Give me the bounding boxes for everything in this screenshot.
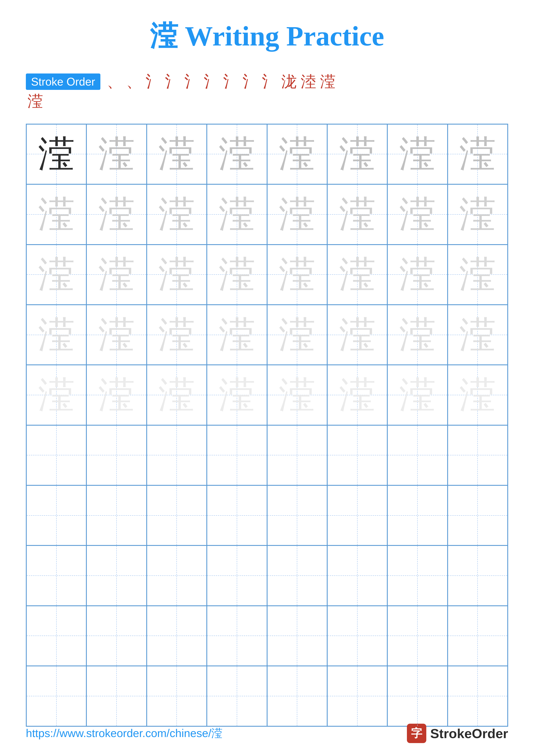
grid-cell-5-4[interactable]: 滢 — [207, 365, 267, 425]
grid-cell-10-8[interactable] — [447, 666, 508, 726]
grid-cell-8-6[interactable] — [327, 546, 387, 606]
grid-cell-3-3[interactable]: 滢 — [147, 245, 207, 305]
char-light: 滢 — [399, 136, 436, 173]
grid-cell-9-3[interactable] — [147, 606, 207, 666]
grid-cell-2-8[interactable]: 滢 — [447, 184, 508, 244]
grid-cell-6-4[interactable] — [207, 425, 267, 485]
grid-cell-7-4[interactable] — [207, 485, 267, 546]
grid-cell-2-2[interactable]: 滢 — [87, 184, 146, 244]
grid-cell-3-2[interactable]: 滢 — [87, 245, 146, 305]
grid-cell-4-8[interactable]: 滢 — [447, 305, 508, 365]
grid-cell-10-4[interactable] — [207, 666, 267, 726]
grid-cell-2-4[interactable]: 滢 — [207, 184, 267, 244]
grid-cell-9-8[interactable] — [447, 606, 508, 666]
grid-cell-3-6[interactable]: 滢 — [327, 245, 387, 305]
char-lightest: 滢 — [158, 377, 195, 413]
grid-cell-1-4[interactable]: 滢 — [207, 124, 267, 184]
stroke-order-section: Stroke Order 、 、 氵 氵 氵 氵 氵 氵 氵 泷 淕 滢 滢 — [26, 72, 508, 111]
char-light3: 滢 — [98, 256, 135, 293]
grid-cell-2-7[interactable]: 滢 — [387, 184, 447, 244]
grid-cell-4-2[interactable]: 滢 — [87, 305, 146, 365]
grid-cell-4-6[interactable]: 滢 — [327, 305, 387, 365]
grid-cell-4-4[interactable]: 滢 — [207, 305, 267, 365]
grid-cell-9-7[interactable] — [387, 606, 447, 666]
char-light3: 滢 — [219, 256, 255, 293]
grid-cell-1-7[interactable]: 滢 — [387, 124, 447, 184]
grid-cell-6-2[interactable] — [87, 425, 146, 485]
grid-cell-8-5[interactable] — [267, 546, 327, 606]
grid-cell-5-2[interactable]: 滢 — [87, 365, 146, 425]
char-light4: 滢 — [399, 316, 436, 353]
grid-row-8 — [26, 546, 508, 606]
grid-cell-10-2[interactable] — [87, 666, 146, 726]
grid-cell-9-5[interactable] — [267, 606, 327, 666]
grid-cell-1-6[interactable]: 滢 — [327, 124, 387, 184]
grid-cell-6-8[interactable] — [447, 425, 508, 485]
grid-cell-8-3[interactable] — [147, 546, 207, 606]
grid-cell-6-6[interactable] — [327, 425, 387, 485]
grid-cell-10-6[interactable] — [327, 666, 387, 726]
grid-cell-10-3[interactable] — [147, 666, 207, 726]
grid-cell-2-1[interactable]: 滢 — [26, 184, 87, 244]
grid-cell-7-8[interactable] — [447, 485, 508, 546]
grid-cell-7-2[interactable] — [87, 485, 146, 546]
grid-cell-2-3[interactable]: 滢 — [147, 184, 207, 244]
grid-cell-9-4[interactable] — [207, 606, 267, 666]
grid-cell-8-1[interactable] — [26, 546, 87, 606]
grid-cell-7-3[interactable] — [147, 485, 207, 546]
char-lightest: 滢 — [279, 377, 315, 413]
grid-cell-3-4[interactable]: 滢 — [207, 245, 267, 305]
grid-cell-2-6[interactable]: 滢 — [327, 184, 387, 244]
grid-cell-9-1[interactable] — [26, 606, 87, 666]
char-lightest: 滢 — [38, 377, 75, 413]
grid-cell-8-4[interactable] — [207, 546, 267, 606]
grid-cell-7-6[interactable] — [327, 485, 387, 546]
grid-cell-3-7[interactable]: 滢 — [387, 245, 447, 305]
grid-cell-6-1[interactable] — [26, 425, 87, 485]
grid-cell-1-3[interactable]: 滢 — [147, 124, 207, 184]
footer-brand-name: StrokeOrder — [430, 726, 508, 741]
stroke-s5: 氵 — [184, 72, 200, 91]
grid-cell-6-5[interactable] — [267, 425, 327, 485]
grid-row-5: 滢 滢 滢 滢 滢 滢 滢 滢 — [26, 365, 508, 425]
grid-cell-8-2[interactable] — [87, 546, 146, 606]
grid-cell-1-5[interactable]: 滢 — [267, 124, 327, 184]
grid-cell-3-5[interactable]: 滢 — [267, 245, 327, 305]
grid-cell-4-1[interactable]: 滢 — [26, 305, 87, 365]
grid-cell-6-7[interactable] — [387, 425, 447, 485]
grid-cell-7-5[interactable] — [267, 485, 327, 546]
grid-cell-8-8[interactable] — [447, 546, 508, 606]
char-light: 滢 — [339, 136, 376, 173]
grid-cell-2-5[interactable]: 滢 — [267, 184, 327, 244]
char-light: 滢 — [459, 136, 496, 173]
footer-url-link[interactable]: https://www.strokeorder.com/chinese/滢 — [26, 726, 222, 741]
char-lightest: 滢 — [98, 377, 135, 413]
char-light4: 滢 — [339, 316, 376, 353]
grid-cell-5-3[interactable]: 滢 — [147, 365, 207, 425]
grid-cell-7-7[interactable] — [387, 485, 447, 546]
grid-cell-10-7[interactable] — [387, 666, 447, 726]
grid-cell-10-1[interactable] — [26, 666, 87, 726]
grid-cell-1-8[interactable]: 滢 — [447, 124, 508, 184]
stroke-s7: 氵 — [223, 72, 239, 91]
grid-cell-3-8[interactable]: 滢 — [447, 245, 508, 305]
grid-cell-9-2[interactable] — [87, 606, 146, 666]
grid-cell-9-6[interactable] — [327, 606, 387, 666]
grid-cell-7-1[interactable] — [26, 485, 87, 546]
grid-cell-10-5[interactable] — [267, 666, 327, 726]
char-dark: 滢 — [38, 136, 75, 173]
grid-cell-3-1[interactable]: 滢 — [26, 245, 87, 305]
grid-cell-1-1[interactable]: 滢 — [26, 124, 87, 184]
grid-cell-8-7[interactable] — [387, 546, 447, 606]
char-light3: 滢 — [459, 256, 496, 293]
grid-cell-4-5[interactable]: 滢 — [267, 305, 327, 365]
grid-cell-5-7[interactable]: 滢 — [387, 365, 447, 425]
grid-cell-5-5[interactable]: 滢 — [267, 365, 327, 425]
grid-cell-5-6[interactable]: 滢 — [327, 365, 387, 425]
grid-cell-6-3[interactable] — [147, 425, 207, 485]
grid-cell-1-2[interactable]: 滢 — [87, 124, 146, 184]
grid-cell-5-8[interactable]: 滢 — [447, 365, 508, 425]
grid-cell-4-7[interactable]: 滢 — [387, 305, 447, 365]
grid-cell-4-3[interactable]: 滢 — [147, 305, 207, 365]
grid-cell-5-1[interactable]: 滢 — [26, 365, 87, 425]
